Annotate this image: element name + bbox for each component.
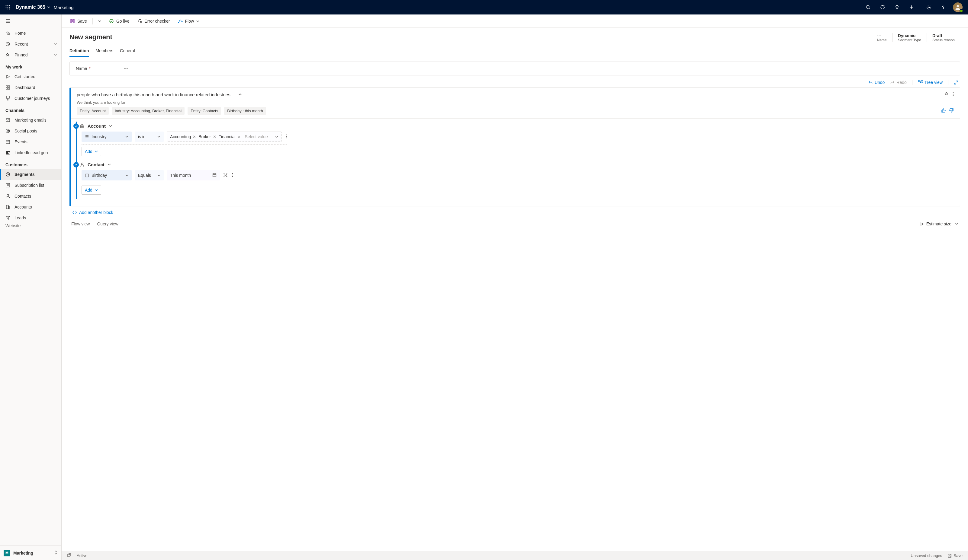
chevron-down-icon[interactable]	[108, 162, 111, 167]
undo-button[interactable]: Undo	[869, 80, 885, 85]
suggestion-chip[interactable]: Entity: Contacts	[187, 107, 221, 115]
svg-point-19	[6, 97, 7, 97]
nav-toggle[interactable]	[0, 15, 61, 28]
help-icon[interactable]	[936, 0, 950, 15]
svg-rect-57	[948, 554, 951, 557]
chevron-down-icon[interactable]	[955, 221, 958, 226]
svg-rect-41	[921, 80, 922, 81]
row-more-icon[interactable]	[285, 133, 288, 140]
field-picker[interactable]: Industry	[81, 132, 132, 142]
search-icon[interactable]	[861, 0, 875, 15]
segments-icon	[5, 172, 10, 177]
user-avatar[interactable]	[953, 2, 963, 12]
suggestion-chip[interactable]: Industry: Accounting, Broker, Financial	[112, 107, 184, 115]
nav-get-started[interactable]: Get started	[0, 71, 61, 82]
field-picker[interactable]: Birthday	[81, 170, 132, 180]
app-launcher[interactable]	[3, 2, 13, 12]
date-value[interactable]: This month	[167, 170, 220, 180]
nav-dashboard[interactable]: Dashboard	[0, 82, 61, 93]
building-icon	[5, 205, 10, 210]
updown-icon	[54, 550, 58, 556]
nav-contacts[interactable]: Contacts	[0, 191, 61, 202]
area-badge: M	[3, 550, 10, 557]
svg-point-5	[9, 7, 10, 8]
tab-members[interactable]: Members	[96, 45, 113, 57]
footer-save-button[interactable]: Save	[948, 553, 963, 558]
name-field-row[interactable]: Name* ---	[70, 61, 960, 76]
go-live-button[interactable]: Go live	[106, 17, 133, 25]
linkedin-icon	[5, 150, 10, 155]
check-icon	[73, 124, 79, 129]
add-block-button[interactable]: Add another block	[73, 210, 960, 215]
nav-journeys[interactable]: Customer journeys	[0, 93, 61, 104]
nav-recent[interactable]: Recent	[0, 39, 61, 50]
svg-point-6	[6, 9, 7, 10]
query-view-button[interactable]: Query view	[97, 221, 118, 226]
svg-point-8	[9, 9, 10, 10]
remove-icon[interactable]: ✕	[237, 135, 241, 139]
chevron-down-icon[interactable]	[109, 124, 112, 129]
svg-rect-22	[6, 119, 10, 122]
target-icon[interactable]	[875, 0, 890, 15]
shuffle-icon[interactable]	[223, 173, 228, 178]
gear-icon[interactable]	[922, 0, 936, 15]
svg-point-43	[953, 93, 954, 93]
calendar-icon[interactable]	[212, 173, 217, 178]
person-icon	[80, 162, 85, 167]
flow-button[interactable]: Flow	[175, 17, 203, 25]
recent-icon	[5, 41, 10, 46]
svg-point-32	[7, 194, 9, 196]
nav-leads[interactable]: Leads	[0, 212, 61, 223]
nav-social-posts[interactable]: Social posts	[0, 126, 61, 136]
save-dropdown[interactable]	[95, 18, 104, 25]
lightbulb-icon[interactable]	[890, 0, 904, 15]
nav-events[interactable]: Events	[0, 136, 61, 147]
nav-marketing-emails[interactable]: Marketing emails	[0, 115, 61, 126]
more-icon[interactable]	[953, 92, 954, 97]
collapse-icon[interactable]	[238, 93, 242, 97]
add-condition-button[interactable]: Add	[81, 185, 101, 195]
operator-picker[interactable]: Equals	[135, 170, 164, 180]
collapse-all-icon[interactable]	[945, 92, 948, 97]
thumbs-up-icon[interactable]	[941, 108, 946, 114]
remove-icon[interactable]: ✕	[193, 135, 196, 139]
value-picker[interactable]: Accounting✕ Broker✕ Financial✕ Select va…	[167, 132, 282, 142]
expand-button[interactable]	[954, 80, 958, 85]
thumbs-down-icon[interactable]	[949, 108, 954, 114]
flow-view-button[interactable]: Flow view	[71, 221, 90, 226]
nav-home[interactable]: Home	[0, 28, 61, 39]
suggestion-chip[interactable]: Entity: Account	[77, 107, 109, 115]
svg-point-53	[232, 173, 233, 173]
row-more-icon[interactable]	[231, 172, 234, 179]
nav-subscription-list[interactable]: Subscription list	[0, 180, 61, 191]
error-checker-button[interactable]: Error checker	[134, 17, 173, 25]
entity-account[interactable]: Account	[80, 124, 954, 129]
brand-switcher[interactable]: Dynamic 365	[16, 5, 50, 10]
operator-picker[interactable]: is in	[135, 132, 164, 142]
nav-accounts[interactable]: Accounts	[0, 202, 61, 212]
hf-type-val: Dynamic	[898, 33, 921, 38]
save-button[interactable]: Save	[67, 17, 90, 25]
area-switcher[interactable]: M Marketing	[0, 545, 61, 560]
nav-pinned[interactable]: Pinned	[0, 50, 61, 60]
svg-point-39	[182, 21, 182, 22]
dashboard-icon	[5, 85, 10, 90]
svg-point-48	[286, 136, 287, 136]
add-condition-button[interactable]: Add	[81, 147, 101, 156]
suggestion-chip[interactable]: Birthday : this month	[224, 107, 266, 115]
svg-rect-16	[8, 86, 10, 87]
add-icon[interactable]	[904, 0, 919, 15]
tab-definition[interactable]: Definition	[70, 45, 89, 57]
entity-contact[interactable]: Contact	[80, 162, 954, 167]
nav-segments[interactable]: Segments	[0, 169, 61, 180]
nav-linkedin[interactable]: LinkedIn lead gen	[0, 147, 61, 158]
nav-header-customers: Customers	[0, 158, 61, 169]
svg-point-55	[232, 176, 233, 177]
brand-label: Dynamic 365	[16, 5, 45, 10]
estimate-size-button[interactable]: Estimate size	[920, 221, 951, 226]
tab-general[interactable]: General	[120, 45, 135, 57]
popout-icon[interactable]	[67, 553, 71, 558]
svg-rect-26	[6, 140, 10, 144]
remove-icon[interactable]: ✕	[213, 135, 216, 139]
tree-view-button[interactable]: Tree view	[918, 80, 943, 85]
